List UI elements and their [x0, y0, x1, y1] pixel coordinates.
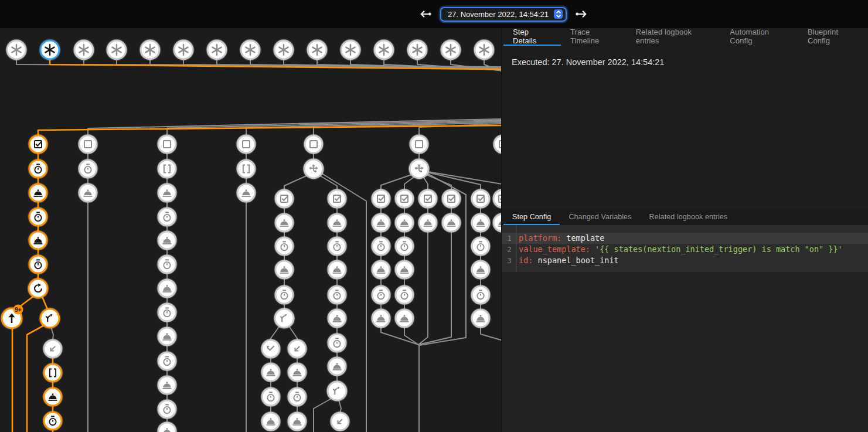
trace-node-timer[interactable] [28, 207, 48, 227]
trace-node-service-call[interactable] [157, 421, 177, 432]
next-run-icon[interactable] [574, 7, 588, 21]
trace-node-timer[interactable] [28, 254, 48, 274]
trace-node-timer[interactable] [471, 236, 491, 256]
trace-node-asterisk-trigger[interactable] [440, 39, 461, 60]
trace-node-service-call[interactable] [418, 213, 438, 233]
trace-node-arrow-decision[interactable] [303, 158, 324, 179]
trace-node-timer[interactable] [287, 387, 307, 407]
trace-node-asterisk-trigger[interactable] [39, 39, 60, 60]
details-tab-trace-timeline[interactable]: Trace Timeline [561, 28, 627, 46]
trace-node-timer[interactable] [471, 285, 491, 305]
trace-node-checkbox-marked[interactable] [371, 189, 391, 209]
trace-node-checkbox-marked[interactable] [418, 189, 438, 209]
trace-node-call-split[interactable] [274, 308, 295, 329]
trace-node-asterisk-trigger[interactable] [273, 39, 294, 60]
trace-node-asterisk-trigger[interactable] [73, 39, 94, 60]
trace-node-service-call[interactable] [157, 326, 177, 346]
trace-node-service-call[interactable] [471, 308, 491, 328]
trace-node-arrow-bottom-left[interactable] [287, 339, 307, 359]
trace-node-timer[interactable] [157, 207, 177, 227]
trace-node-service-call[interactable] [236, 183, 256, 203]
run-select[interactable]: 27. November 2022, 14:54:21 [440, 7, 567, 22]
trace-node-repeat[interactable] [28, 278, 49, 299]
trace-node-timer[interactable] [371, 285, 391, 305]
trace-node-code-brackets[interactable] [157, 159, 177, 179]
trace-node-service-call[interactable] [157, 230, 177, 250]
trace-node-timer[interactable] [157, 254, 177, 274]
trace-node-timer[interactable] [157, 351, 177, 371]
trace-node-arrow-bottom-left[interactable] [43, 339, 63, 359]
trace-node-asterisk-trigger[interactable] [173, 39, 194, 60]
trace-node-asterisk-trigger[interactable] [373, 39, 394, 60]
details-tab-step-details[interactable]: Step Details [503, 28, 561, 46]
code-line-2[interactable]: 2value_template: '{{ states(nextion_init… [502, 244, 868, 255]
trace-node-timer[interactable] [78, 159, 98, 179]
trace-node-checkbox-blank[interactable] [236, 134, 256, 154]
trace-node-checkbox-blank[interactable] [409, 134, 429, 154]
trace-node-arrow-bottom-left[interactable] [330, 411, 350, 431]
trace-node-service-call[interactable] [394, 213, 414, 233]
trace-node-service-call[interactable] [274, 260, 294, 280]
step-config-code-editor[interactable]: 1platform: template2value_template: '{{ … [502, 225, 868, 272]
trace-node-checkbox-blank[interactable] [304, 134, 324, 154]
trace-node-checkbox-marked[interactable] [274, 189, 294, 209]
trace-node-asterisk-trigger[interactable] [407, 39, 428, 60]
trace-node-service-call[interactable] [371, 260, 391, 280]
trace-node-timer[interactable] [157, 399, 177, 419]
trace-node-checkbox-marked[interactable] [28, 134, 48, 154]
config-tab-related-logbook-entries[interactable]: Related logbook entries [641, 210, 737, 225]
trace-node-service-call[interactable] [327, 213, 347, 233]
trace-node-service-call[interactable] [78, 183, 98, 203]
trace-node-timer[interactable] [274, 236, 294, 256]
trace-node-timer[interactable] [274, 285, 294, 305]
trace-node-asterisk-trigger[interactable] [240, 39, 261, 60]
trace-node-service-call[interactable] [287, 362, 307, 382]
trace-node-asterisk-trigger[interactable] [340, 39, 361, 60]
code-line-3[interactable]: 3id: nspanel_boot_init [502, 255, 868, 266]
trace-node-service-call[interactable] [28, 183, 48, 203]
code-line-1[interactable]: 1platform: template [502, 233, 868, 244]
trace-node-service-call[interactable] [327, 260, 347, 280]
trace-node-timer[interactable] [327, 333, 347, 353]
trace-node-service-call[interactable] [43, 387, 63, 407]
details-tab-blueprint-config[interactable]: Blueprint Config [798, 28, 868, 46]
trace-node-service-call[interactable] [287, 411, 307, 431]
trace-node-timer[interactable] [327, 236, 347, 256]
trace-node-asterisk-trigger[interactable] [206, 39, 227, 60]
trace-node-service-call[interactable] [471, 260, 491, 280]
trace-node-service-call[interactable] [261, 362, 281, 382]
trace-node-timer[interactable] [394, 236, 414, 256]
config-tab-changed-variables[interactable]: Changed Variables [560, 210, 640, 225]
trace-node-arrow-decision[interactable] [409, 158, 430, 179]
trace-node-call-split[interactable] [326, 380, 348, 402]
trace-node-timer[interactable] [43, 411, 63, 431]
trace-node-service-call[interactable] [274, 213, 294, 233]
trace-node-timer[interactable] [157, 302, 177, 322]
trace-node-service-call[interactable] [327, 308, 347, 328]
trace-node-checkbox-marked[interactable] [327, 189, 347, 209]
trace-node-checkbox-blank[interactable] [157, 134, 177, 154]
trace-node-checkbox-marked[interactable] [471, 189, 491, 209]
trace-node-asterisk-trigger[interactable] [6, 39, 27, 60]
trace-node-service-call[interactable] [327, 356, 347, 376]
trace-node-asterisk-trigger[interactable] [307, 39, 328, 60]
trace-node-asterisk-trigger[interactable] [139, 39, 161, 60]
trace-node-timer[interactable] [327, 285, 347, 305]
trace-node-service-call[interactable] [371, 213, 391, 233]
trace-node-check-arrow[interactable] [261, 339, 281, 359]
trace-node-service-call[interactable] [394, 308, 414, 328]
trace-node-service-call[interactable] [471, 213, 491, 233]
trace-node-service-call[interactable] [157, 278, 177, 298]
trace-node-asterisk-trigger[interactable] [106, 39, 127, 60]
trace-graph[interactable]: 9+ [0, 0, 501, 432]
trace-node-service-call[interactable] [28, 230, 48, 250]
trace-node-service-call[interactable] [441, 213, 461, 233]
trace-node-checkbox-marked[interactable] [394, 189, 414, 209]
trace-node-service-call[interactable] [157, 375, 177, 395]
trace-node-asterisk-trigger[interactable] [474, 39, 495, 60]
config-tab-step-config[interactable]: Step Config [503, 210, 560, 225]
details-tab-automation-config[interactable]: Automation Config [720, 28, 798, 46]
details-tab-related-logbook-entries[interactable]: Related logbook entries [627, 28, 721, 46]
trace-node-checkbox-marked[interactable] [492, 189, 501, 209]
trace-node-service-call[interactable] [157, 183, 177, 203]
